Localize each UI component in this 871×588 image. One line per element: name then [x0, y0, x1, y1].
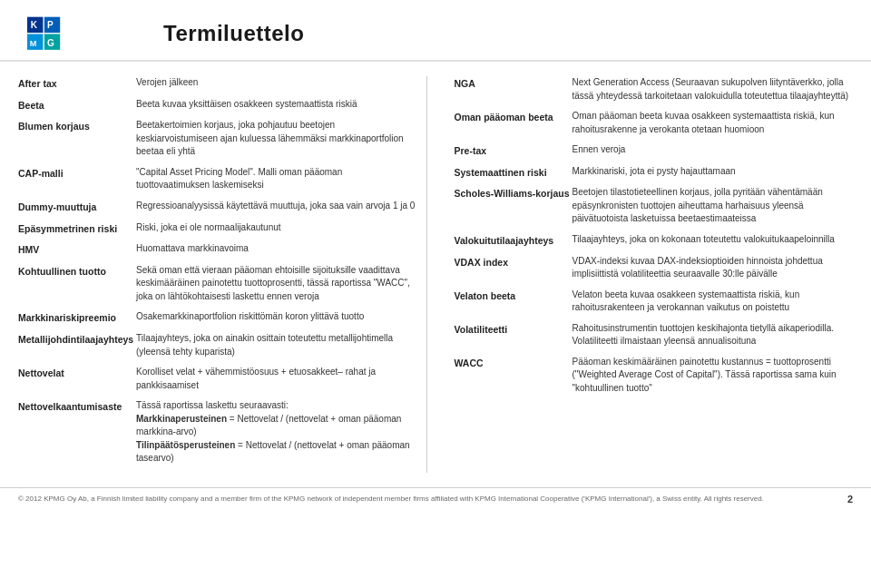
- term-definition: Rahoitusinstrumentin tuottojen keskihajo…: [573, 322, 854, 348]
- term-definition: Korolliset velat + vähemmistöosuus + etu…: [136, 366, 417, 392]
- term-row: NettovelkaantumisasteTässä raportissa la…: [18, 399, 417, 466]
- term-definition: Markkinariski, jota ei pysty hajauttamaa…: [573, 165, 854, 179]
- svg-text:G: G: [47, 38, 54, 48]
- term-row: ValokuitutilaajayhteysTilaajayhteys, jok…: [455, 233, 854, 248]
- term-label: Pre-tax: [455, 143, 573, 158]
- term-label: NGA: [455, 76, 573, 91]
- term-definition: Pääoman keskimääräinen painotettu kustan…: [573, 356, 854, 396]
- term-definition: Verojen jälkeen: [136, 76, 417, 90]
- term-definition: Riski, joka ei ole normaalijakautunut: [136, 221, 417, 235]
- term-label: Velaton beeta: [455, 289, 573, 303]
- term-definition: Tässä raportissa laskettu seuraavasti:Ma…: [136, 399, 417, 466]
- term-definition: Sekä oman että vieraan pääoman ehtoisill…: [136, 264, 417, 304]
- term-row: Pre-taxEnnen veroja: [455, 143, 854, 158]
- term-definition: Next Generation Access (Seuraavan sukupo…: [573, 76, 854, 103]
- term-label: Volatiliteetti: [455, 322, 573, 337]
- term-label: Nettovelkaantumisaste: [18, 399, 136, 414]
- term-label: Systemaattinen riski: [455, 165, 573, 180]
- page-footer: © 2012 KPMG Oy Ab, a Finnish limited lia…: [0, 487, 871, 510]
- term-label: Epäsymmetrinen riski: [18, 221, 136, 236]
- term-row: CAP-malli"Capital Asset Pricing Model". …: [18, 166, 417, 192]
- term-row: MetallijohdintilaajayhteysTilaajayhteys,…: [18, 332, 417, 358]
- term-row: MarkkinariskipreemioOsakemarkkinaportfol…: [18, 310, 417, 325]
- term-label: Dummy-muuttuja: [18, 200, 136, 214]
- term-label: After tax: [18, 76, 136, 91]
- term-row: Systemaattinen riskiMarkkinariski, jota …: [455, 165, 854, 180]
- term-definition: Ennen veroja: [573, 143, 854, 157]
- term-row: NGANext Generation Access (Seuraavan suk…: [455, 76, 854, 103]
- term-label: Scholes-Williams-korjaus: [455, 186, 573, 201]
- term-label: Blumen korjaus: [18, 119, 136, 133]
- term-row: After taxVerojen jälkeen: [18, 76, 417, 91]
- term-definition: Velaton beeta kuvaa osakkeen systemaatti…: [573, 289, 854, 315]
- term-row: VDAX indexVDAX-indeksi kuvaa DAX-indeksi…: [455, 255, 854, 281]
- term-label: Valokuitutilaajayhteys: [455, 233, 573, 248]
- kpmg-logo: K P M G: [27, 16, 77, 51]
- term-definition: Osakemarkkinaportfolion riskittömän koro…: [136, 310, 417, 324]
- term-label: Kohtuullinen tuotto: [18, 264, 136, 279]
- term-row: Epäsymmetrinen riskiRiski, joka ei ole n…: [18, 221, 417, 236]
- main-content: After taxVerojen jälkeenBeetaBeeta kuvaa…: [0, 71, 871, 478]
- term-definition: Beeta kuvaa yksittäisen osakkeen systema…: [136, 98, 417, 112]
- term-label: VDAX index: [455, 255, 573, 270]
- term-label: HMV: [18, 242, 136, 257]
- left-column: After taxVerojen jälkeenBeetaBeeta kuvaa…: [18, 76, 427, 473]
- term-row: NettovelatKorolliset velat + vähemmistöo…: [18, 366, 417, 392]
- svg-text:M: M: [30, 39, 37, 48]
- term-definition: "Capital Asset Pricing Model". Malli oma…: [136, 166, 417, 192]
- term-definition: Beetojen tilastotieteellinen korjaus, jo…: [573, 186, 854, 226]
- term-row: Scholes-Williams-korjausBeetojen tilasto…: [455, 186, 854, 226]
- term-row: Oman pääoman beetaOman pääoman beeta kuv…: [455, 110, 854, 136]
- term-label: Beeta: [18, 98, 136, 113]
- term-row: WACCPääoman keskimääräinen painotettu ku…: [455, 356, 854, 396]
- term-label: Oman pääoman beeta: [455, 110, 573, 124]
- term-definition: VDAX-indeksi kuvaa DAX-indeksioptioiden …: [573, 255, 854, 281]
- page-header: K P M G Termiluettelo: [0, 0, 871, 62]
- term-row: Kohtuullinen tuottoSekä oman että vieraa…: [18, 264, 417, 304]
- term-definition: Regressioanalyysissä käytettävä muuttuja…: [136, 200, 417, 213]
- term-row: BeetaBeeta kuvaa yksittäisen osakkeen sy…: [18, 98, 417, 113]
- term-definition: Tilaajayhteys, joka on kokonaan toteutet…: [573, 233, 854, 247]
- footer-copyright: © 2012 KPMG Oy Ab, a Finnish limited lia…: [18, 494, 764, 504]
- term-label: Metallijohdintilaajayhteys: [18, 332, 136, 347]
- term-row: Dummy-muuttujaRegressioanalyysissä käyte…: [18, 200, 417, 214]
- term-row: HMVHuomattava markkinavoima: [18, 242, 417, 257]
- term-row: Blumen korjausBeetakertoimien korjaus, j…: [18, 119, 417, 159]
- term-label: Nettovelat: [18, 366, 136, 380]
- term-label: WACC: [455, 356, 573, 370]
- term-definition: Beetakertoimien korjaus, joka pohjautuu …: [136, 119, 417, 159]
- logo-area: K P M G: [27, 16, 136, 51]
- term-row: VolatiliteettiRahoitusinstrumentin tuott…: [455, 322, 854, 348]
- term-label: Markkinariskipreemio: [18, 310, 136, 325]
- svg-text:K: K: [31, 21, 38, 31]
- page-title: Termiluettelo: [163, 21, 304, 46]
- term-row: Velaton beetaVelaton beeta kuvaa osakkee…: [455, 289, 854, 315]
- right-column: NGANext Generation Access (Seuraavan suk…: [445, 76, 854, 473]
- footer-page-number: 2: [847, 494, 853, 505]
- term-definition: Oman pääoman beeta kuvaa osakkeen system…: [573, 110, 854, 136]
- svg-text:P: P: [47, 21, 54, 31]
- term-label: CAP-malli: [18, 166, 136, 181]
- term-definition: Tilaajayhteys, joka on ainakin osittain …: [136, 332, 417, 358]
- term-definition: Huomattava markkinavoima: [136, 242, 417, 256]
